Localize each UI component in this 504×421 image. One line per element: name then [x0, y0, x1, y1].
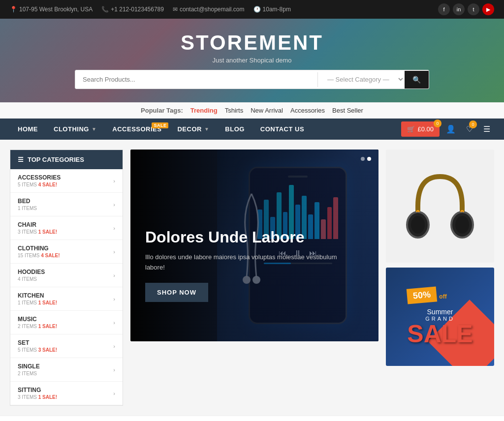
main-navigation: HOME CLOTHING ▼ ACCESSORIES SALE DECOR ▼…	[0, 119, 504, 140]
top-bar-info: 📍 107-95 West Brooklyn, USA 📞 +1 212-012…	[10, 6, 291, 13]
hero-dots	[361, 157, 371, 161]
clock-icon: 🕐	[253, 6, 261, 13]
location-icon: 📍	[10, 6, 17, 13]
hero-title: Dolores Unde Labore	[145, 228, 342, 246]
user-icon-button[interactable]: 👤	[442, 120, 460, 138]
sidebar-category-item[interactable]: HOODIES 4 ITEMS ›	[10, 264, 123, 287]
tag-new-arrival[interactable]: New Arrival	[251, 107, 283, 114]
nav-contact[interactable]: CONTACT US	[252, 119, 312, 140]
category-select[interactable]: — Select Category — Accessories Clothing…	[318, 70, 405, 89]
sale-badge: SALE	[152, 122, 168, 128]
sale-off: off	[439, 293, 446, 300]
hero-description: Illo dolores unde labore maiores ipsa vo…	[145, 252, 342, 273]
tag-tshirts[interactable]: Tshirts	[225, 107, 244, 114]
right-banners: 50% off Summer GRAND SALE	[386, 150, 494, 406]
sale-word: SALE	[407, 322, 472, 346]
sale-content: 50% off Summer GRAND SALE	[407, 288, 472, 346]
social-links: f in t ▶	[438, 3, 494, 15]
sidebar-category-item[interactable]: SITTING 3 ITEMS 1 SALE! ›	[10, 382, 123, 405]
popular-tags-bar: Popular Tags: Trending Tshirts New Arriv…	[0, 102, 504, 119]
sidebar-category-item[interactable]: SET 5 ITEMS 3 SALE! ›	[10, 334, 123, 358]
nav-links: HOME CLOTHING ▼ ACCESSORIES SALE DECOR ▼…	[10, 119, 312, 140]
categories-sidebar: ☰ TOP CATEGORIES ACCESSORIES 5 ITEMS 4 S…	[10, 150, 123, 406]
cart-count: 0	[434, 120, 441, 127]
nav-accessories[interactable]: ACCESSORIES SALE	[104, 119, 169, 140]
hero-content: ⏮⏸⏭	[130, 150, 378, 341]
nav-blog[interactable]: BLOG	[217, 119, 252, 140]
list-icon: ☰	[18, 156, 24, 163]
headphones-visual	[401, 167, 479, 245]
cart-total: £0.00	[417, 125, 434, 133]
popular-tags-label: Popular Tags:	[141, 107, 183, 114]
svg-point-5	[411, 216, 425, 234]
phone-info: 📞 +1 212-0123456789	[101, 6, 164, 13]
svg-point-7	[455, 216, 469, 234]
sale-percent: 50%	[407, 286, 438, 304]
twitter-icon[interactable]: t	[468, 3, 479, 15]
main-content: ☰ TOP CATEGORIES ACCESSORIES 5 ITEMS 4 S…	[0, 140, 504, 416]
site-header: STOREMENT Just another Shopical demo — S…	[0, 19, 504, 102]
sale-banner[interactable]: 50% off Summer GRAND SALE	[386, 268, 494, 366]
categories-list: ACCESSORIES 5 ITEMS 4 SALE! › BED 1 ITEM…	[10, 169, 123, 405]
sidebar-category-item[interactable]: MUSIC 2 ITEMS 1 SALE! ›	[10, 311, 123, 334]
sidebar-category-item[interactable]: ACCESSORIES 5 ITEMS 4 SALE! ›	[10, 169, 123, 193]
site-subtitle: Just another Shopical demo	[10, 57, 494, 64]
wish-count: 0	[469, 120, 477, 128]
sidebar-category-item[interactable]: CLOTHING 15 ITEMS 4 SALE! ›	[10, 240, 123, 264]
hero-section: ⏮⏸⏭	[130, 150, 378, 406]
features-bar: ✈ FREE SHIPPING On all orders over $75.0…	[0, 416, 504, 421]
headphones-banner[interactable]	[386, 150, 494, 263]
sidebar-title: ☰ TOP CATEGORIES	[10, 150, 123, 169]
nav-decor[interactable]: DECOR ▼	[169, 119, 217, 140]
facebook-icon[interactable]: f	[438, 3, 450, 15]
hero-dot-1[interactable]	[361, 157, 365, 161]
nav-icons: 🛒 £0.00 0 👤 ♡ 0 ☰	[401, 120, 494, 138]
search-input[interactable]	[75, 71, 317, 88]
sidebar-category-item[interactable]: BED 1 ITEMS ›	[10, 193, 123, 216]
hero-dot-2[interactable]	[367, 157, 371, 161]
tag-trending[interactable]: Trending	[190, 107, 218, 114]
instagram-icon[interactable]: in	[453, 3, 465, 15]
summer-text: Summer	[407, 308, 472, 316]
shop-now-button[interactable]: SHOP NOW	[145, 283, 208, 302]
phone-icon: 📞	[101, 6, 109, 13]
sidebar-category-item[interactable]: KITCHEN 1 ITEMS 1 SALE! ›	[10, 287, 123, 311]
nav-clothing[interactable]: CLOTHING ▼	[46, 119, 104, 140]
top-bar: 📍 107-95 West Brooklyn, USA 📞 +1 212-012…	[0, 0, 504, 19]
menu-button[interactable]: ☰	[479, 120, 494, 138]
tag-best-seller[interactable]: Best Seller	[332, 107, 363, 114]
address-info: 📍 107-95 West Brooklyn, USA	[10, 6, 93, 13]
email-icon: ✉	[173, 6, 178, 13]
sidebar-category-item[interactable]: SINGLE 2 ITEMS ›	[10, 358, 123, 382]
nav-home[interactable]: HOME	[10, 119, 46, 140]
search-bar: — Select Category — Accessories Clothing…	[75, 70, 429, 89]
youtube-icon[interactable]: ▶	[482, 3, 494, 15]
hours-info: 🕐 10am-8pm	[253, 6, 291, 13]
email-info: ✉ contact@shopemail.com	[173, 6, 245, 13]
hero-text: Dolores Unde Labore Illo dolores unde la…	[145, 228, 342, 302]
hero-banner: ⏮⏸⏭	[130, 150, 378, 341]
site-title: STOREMENT	[10, 31, 494, 55]
sidebar-category-item[interactable]: CHAIR 3 ITEMS 1 SALE! ›	[10, 216, 123, 240]
tag-accessories[interactable]: Accessories	[290, 107, 325, 114]
search-button[interactable]: 🔍	[405, 71, 429, 89]
